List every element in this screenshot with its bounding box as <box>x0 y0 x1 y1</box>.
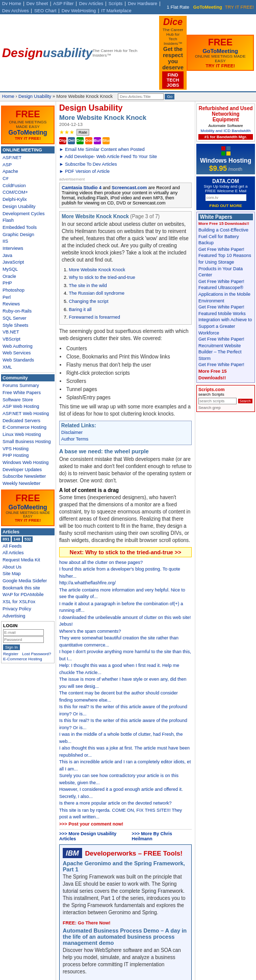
sidebar-vps[interactable]: VPS Hosting <box>1 446 55 453</box>
sidebar-item-sql[interactable]: SQL Server <box>1 315 55 322</box>
nav-dev-sheet[interactable]: Dev Sheet <box>27 1 48 6</box>
wp-item-6[interactable]: Featured Mobile Works Integration with A… <box>198 311 253 336</box>
nav-it-marketplace[interactable]: IT Marketplace <box>101 8 131 13</box>
sidebar-aspnet-hosting[interactable]: ASP.NET Web Hosting <box>1 410 55 418</box>
sidebar-item-ruby[interactable]: Ruby-on-Rails <box>1 308 55 315</box>
sidebar-item-vbnet[interactable]: VB.NET <box>1 329 55 336</box>
top-nav-links[interactable]: Dv Home | Dev Sheet | ASP Filter | Dev A… <box>2 1 167 13</box>
login-lost[interactable]: Lost Password? <box>22 652 51 656</box>
ibm-article-0-cta[interactable]: FREE: Go There Now! <box>63 920 111 925</box>
sidebar-item-com[interactable]: COM/COM+ <box>1 189 55 196</box>
ibm-article-1-link[interactable]: Automated Business Process Demo – A day … <box>63 927 187 946</box>
comment-7[interactable]: Where's the spam comments? <box>59 628 192 635</box>
sidebar-item-flash[interactable]: Flash <box>1 217 55 224</box>
comment-14[interactable]: Is this for real? Is the writer of this … <box>59 717 192 731</box>
sidebar-item-embedded[interactable]: Embedded Tools <box>1 224 55 231</box>
option-subscribe[interactable]: ► Subscribe To Dev Articles <box>59 161 192 168</box>
sidebar-dedicated[interactable]: Dedicated Servers <box>1 418 55 425</box>
sidebar-item-iis[interactable]: IIS <box>1 238 55 245</box>
comment-16[interactable]: I also thought this was a joke at first.… <box>59 745 192 759</box>
related-link-2[interactable]: Author Terms <box>61 436 190 443</box>
sidebar-item-reviews[interactable]: Reviews <box>1 301 55 308</box>
sidebar-media-kit[interactable]: Request Media Kit <box>1 557 55 564</box>
featured-link-anchor[interactable]: Next: Why to stick to the tried-and-true… <box>70 549 182 555</box>
ecommerce-link[interactable]: E-Commerce Hosting <box>3 657 42 661</box>
comment-20[interactable]: Is there a more popular article on the d… <box>59 800 192 807</box>
comment-21[interactable]: This site is ran by rqerda. COME ON, FIX… <box>59 807 192 821</box>
comment-4[interactable]: The article contains more information an… <box>59 587 192 601</box>
sidebar-item-coldfusion[interactable]: ColdFusion <box>1 183 55 190</box>
option-pdf[interactable]: ► PDF Version of Article <box>59 168 192 175</box>
sidebar-item-devcycles[interactable]: Development Cycles <box>1 211 55 218</box>
sidebar-subscribe[interactable]: Subscribe Newsletter <box>1 473 55 480</box>
social-google[interactable]: Google <box>85 137 92 144</box>
sidebar-free-papers[interactable]: Free White Papers <box>1 390 55 397</box>
sidebar-software-store[interactable]: Software Store <box>1 397 55 404</box>
data-com-find-out[interactable]: FIND OUT MORE <box>210 203 242 208</box>
sidebar-weekly[interactable]: Weekly Newsletter <box>1 480 55 487</box>
wp-item-4[interactable]: Featured Ultrascope® Applications in the… <box>198 285 253 304</box>
sidebar-item-php[interactable]: PHP <box>1 280 55 287</box>
sidebar-xsl[interactable]: XSL for XSLFox <box>1 599 55 606</box>
sidebar-item-aspnet[interactable]: ASP.NET <box>1 154 55 162</box>
option-email[interactable]: ► Email Me Similar Content when Posted <box>59 146 192 153</box>
camtasia-link[interactable]: Camtasia Studio 4 <box>62 185 101 190</box>
sidebar-all-feeds[interactable]: All Feeds <box>1 543 55 550</box>
wp-item-3[interactable]: Get Free White Paper! <box>198 278 253 285</box>
nav-dv-home[interactable]: Dv Home <box>2 1 21 6</box>
comment-9[interactable]: I hope I don't provoke anything more har… <box>59 649 192 662</box>
comment-6[interactable]: I downloaded the unbelievable amount of … <box>59 614 192 628</box>
sidebar-item-design[interactable]: Design Usability <box>1 203 55 211</box>
nav-dev-hardware[interactable]: Dev Hardware <box>128 1 158 6</box>
comment-10[interactable]: Help: I thought this was a good when I f… <box>59 662 192 676</box>
sidebar-sitemap[interactable]: Site Map <box>1 571 55 578</box>
sidebar-item-photoshop[interactable]: Photoshop <box>1 287 55 294</box>
sidebar-asp-hosting[interactable]: ASP Web Hosting <box>1 403 55 410</box>
comment-15[interactable]: I was in the middle of a whole bottle of… <box>59 731 192 745</box>
sidebar-item-vbscript[interactable]: VBScript <box>1 336 55 343</box>
comment-3[interactable]: http://a.whattheflashfire.org/ <box>59 580 192 587</box>
ibm-article-0-link[interactable]: Apache Geronimo and the Spring Framework… <box>63 860 185 872</box>
sidebar-forums-summary[interactable]: Forums Summary <box>1 382 55 390</box>
comment-17[interactable]: This is an incredible article and I ran … <box>59 759 192 772</box>
nav-asp-filter[interactable]: ASP Filter <box>53 1 73 6</box>
comment-19[interactable]: However, I considered it a good enough a… <box>59 786 192 800</box>
comment-1[interactable]: how about all the clutter on these pages… <box>59 559 192 566</box>
sidebar-item-delphi[interactable]: Delphi-Kylix <box>1 196 55 203</box>
sidebar-item-xml[interactable]: XML <box>1 364 55 371</box>
grep-search-input[interactable] <box>198 398 237 404</box>
sidebar-dev-updates[interactable]: Developer Updates <box>1 467 55 474</box>
sidebar-item-java[interactable]: Java <box>1 252 55 260</box>
option-add-feed[interactable]: ► Add Develope- Web Article Feed To Your… <box>59 153 192 160</box>
grep-search-btn[interactable]: Search <box>238 399 252 403</box>
sidebar-advertising[interactable]: Advertising <box>1 613 55 620</box>
sidebar-google-media[interactable]: Google Media Sidefer <box>1 578 55 585</box>
wp-item-7[interactable]: Get Free White Paper! <box>198 336 253 343</box>
sidebar-about-us[interactable]: About Us <box>1 564 55 571</box>
login-submit[interactable]: Sign In <box>3 644 20 650</box>
social-drag[interactable]: Drag <box>76 137 84 144</box>
data-com-input[interactable] <box>206 194 246 201</box>
sidebar-bookmark[interactable]: Bookmark this site <box>1 585 55 592</box>
sidebar-item-apache[interactable]: Apache <box>1 168 55 175</box>
networking-ad-link[interactable]: Mobility and ICD Bandwidth <box>200 128 250 133</box>
sidebar-ecommerce-hosting[interactable]: E-Commerce Hosting <box>1 424 55 431</box>
wp-item-9[interactable]: Get Free White Paper! <box>198 362 253 368</box>
more-by-link[interactable]: >>> More By Chris Heilmann <box>132 831 192 841</box>
goto-try2[interactable]: TRY IT FREE! <box>15 518 41 523</box>
screencast-link[interactable]: Screencast.com <box>112 185 147 190</box>
comment-5[interactable]: I made it about a paragraph in before th… <box>59 601 192 614</box>
login-email[interactable] <box>3 629 44 636</box>
sidebar-item-webauth[interactable]: Web Authoring <box>1 343 55 350</box>
breadcrumb-search-btn[interactable]: Go <box>165 94 174 99</box>
sidebar-item-webservices[interactable]: Web Services <box>1 350 55 357</box>
sidebar-item-styles[interactable]: Style Sheets <box>1 322 55 329</box>
wp-item-2[interactable]: Featured Top 10 Reasons for Using Storag… <box>198 252 253 278</box>
wp-item-0[interactable]: Building a Cost-Effective Fuel Cell for … <box>198 227 253 246</box>
sidebar-item-graphic[interactable]: Graphic Design <box>1 231 55 239</box>
sidebar-windows-hosting[interactable]: Windows Web Hosting <box>1 459 55 467</box>
related-link-1[interactable]: Disclaimer <box>61 429 190 436</box>
sidebar-privacy[interactable]: Privacy Policy <box>1 606 55 613</box>
sidebar-item-webstd[interactable]: Web Standards <box>1 357 55 364</box>
sidebar-small-biz[interactable]: Small Business Hosting <box>1 439 55 446</box>
